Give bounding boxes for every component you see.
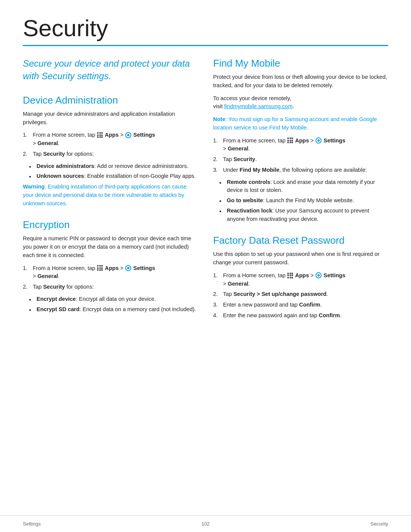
bullet-text: Encrypt SD card: Encrypt data on a memor… (37, 305, 196, 314)
step-number: 2. (23, 150, 30, 158)
find-my-mobile-intro: Protect your device from loss or theft a… (213, 73, 388, 90)
find-my-mobile-bullets: Remote controls: Lock and erase your dat… (219, 178, 388, 224)
settings-label: Settings (133, 265, 155, 271)
step-item: 3. Enter a new password and tap Confirm. (213, 301, 388, 309)
bullet-item: Go to website: Launch the Find My Mobile… (219, 197, 388, 205)
general-label: General (228, 145, 249, 152)
step-content: Tap Security. (223, 155, 257, 164)
step-item: 1. From a Home screen, tap Apps > Settin… (23, 264, 198, 281)
device-administration-section: Device Administration Manage your device… (23, 94, 198, 208)
right-column: Find My Mobile Protect your device from … (213, 58, 388, 324)
step-content: Tap Security for options: (33, 283, 94, 291)
bullet-bold: Encrypt device (37, 296, 76, 302)
settings-icon (315, 137, 322, 144)
general-label: General (228, 281, 249, 287)
find-my-mobile-steps: 1. From a Home screen, tap Apps > Settin… (213, 137, 388, 174)
step-item: 4. Enter the new password again and tap … (213, 312, 388, 320)
bullet-item: Unknown sources: Enable installation of … (29, 172, 198, 181)
step-number: 1. (213, 272, 220, 288)
bullet-item: Remote controls: Lock and erase your dat… (219, 178, 388, 195)
footer: Settings 102 Security (0, 515, 411, 532)
settings-icon (315, 272, 322, 278)
general-label: General (38, 140, 58, 146)
bullet-text: Unknown sources: Enable installation of … (37, 172, 196, 181)
footer-right: Security (370, 521, 388, 527)
apps-icon (97, 132, 103, 138)
note-label: Note (213, 116, 225, 122)
step-item: 3. Under Find My Mobile, the following o… (213, 166, 388, 174)
note-text: Note: You must sign up for a Samsung acc… (213, 115, 388, 132)
settings-label: Settings (323, 272, 345, 278)
step-number: 2. (23, 283, 30, 291)
bullet-bold: Encrypt SD card (37, 306, 80, 312)
find-my-mobile-bold: Find My Mobile (240, 167, 280, 173)
encryption-intro: Require a numeric PIN or password to dec… (23, 235, 198, 259)
bullet-item: Reactivation lock: Use your Samsung acco… (219, 207, 388, 224)
settings-label: Settings (133, 132, 155, 138)
step-content: Tap Security for options: (33, 150, 94, 158)
general-label: General (38, 273, 58, 279)
device-administration-title: Device Administration (23, 94, 198, 106)
step-number: 3. (213, 301, 220, 309)
bullet-bold: Remote controls (227, 179, 270, 185)
apps-icon (287, 137, 293, 143)
note-content: : You must sign up for a Samsung account… (213, 116, 377, 131)
factory-reset-section: Factory Data Reset Password Use this opt… (213, 235, 388, 320)
settings-label: Settings (323, 137, 345, 144)
findmymobile-link[interactable]: findmymobile.samsung.com (224, 103, 293, 109)
settings-icon (125, 265, 131, 271)
encryption-section: Encryption Require a numeric PIN or pass… (23, 219, 198, 313)
step-content: From a Home screen, tap Apps > Settings … (33, 264, 155, 281)
factory-reset-intro: Use this option to set up your password … (213, 250, 388, 267)
step-item: 1. From a Home screen, tap Apps > Settin… (213, 272, 388, 288)
factory-reset-title: Factory Data Reset Password (213, 235, 388, 246)
security-set-label: Security > Set up/change password (233, 291, 327, 297)
apps-icon (97, 265, 103, 271)
header: Security (0, 0, 411, 41)
left-column: Secure your device and protect your data… (23, 58, 198, 324)
device-administration-intro: Manage your device administrators and ap… (23, 110, 198, 127)
bullet-bold: Device administrators (37, 163, 94, 169)
step-content: From a Home screen, tap Apps > Settings … (33, 131, 155, 148)
bullet-text: Go to website: Launch the Find My Mobile… (227, 197, 354, 205)
step-item: 1. From a Home screen, tap Apps > Settin… (23, 131, 198, 148)
bullet-bold: Go to website (227, 197, 263, 203)
confirm-label-2: Confirm (319, 312, 340, 318)
bullet-bold: Reactivation lock (227, 208, 272, 214)
bullet-bold: Unknown sources (37, 173, 84, 179)
find-my-mobile-section: Find My Mobile Protect your device from … (213, 58, 388, 223)
security-label: Security (43, 284, 65, 290)
device-administration-steps: 1. From a Home screen, tap Apps > Settin… (23, 131, 198, 158)
apps-icon (287, 273, 293, 278)
encryption-bullets: Encrypt device: Encrypt all data on your… (29, 295, 198, 314)
step-content: Enter a new password and tap Confirm. (223, 301, 322, 309)
step-item: 2. Tap Security for options: (23, 283, 198, 291)
step-number: 1. (23, 131, 30, 148)
warning-content: : Enabling installation of third-party a… (23, 184, 187, 206)
bullet-item: Encrypt device: Encrypt all data on your… (29, 295, 198, 304)
content: Secure your device and protect your data… (0, 46, 411, 324)
tagline: Secure your device and protect your data… (23, 58, 198, 82)
page-title: Security (23, 15, 388, 41)
apps-label: Apps (105, 132, 118, 138)
security-label: Security (43, 151, 65, 157)
find-my-mobile-access: To access your device remotely, visit fi… (213, 94, 388, 111)
apps-label: Apps (105, 265, 118, 271)
find-my-mobile-title: Find My Mobile (213, 58, 388, 69)
step-number: 1. (23, 264, 30, 281)
bullet-text: Remote controls: Lock and erase your dat… (227, 178, 388, 195)
step-content: Tap Security > Set up/change password. (223, 290, 328, 299)
step-item: 1. From a Home screen, tap Apps > Settin… (213, 137, 388, 153)
bullet-item: Encrypt SD card: Encrypt data on a memor… (29, 305, 198, 314)
device-admin-bullets: Device administrators: Add or remove dev… (29, 162, 198, 181)
encryption-steps: 1. From a Home screen, tap Apps > Settin… (23, 264, 198, 291)
factory-reset-steps: 1. From a Home screen, tap Apps > Settin… (213, 272, 388, 320)
step-content: From a Home screen, tap Apps > Settings … (223, 137, 345, 153)
security-label: Security (233, 156, 255, 162)
bullet-text: Encrypt device: Encrypt all data on your… (37, 295, 156, 304)
apps-label: Apps (295, 137, 309, 144)
warning-text: Warning: Enabling installation of third-… (23, 183, 198, 208)
page: Security Secure your device and protect … (0, 0, 411, 532)
step-number: 1. (213, 137, 220, 153)
step-item: 2. Tap Security. (213, 155, 388, 164)
